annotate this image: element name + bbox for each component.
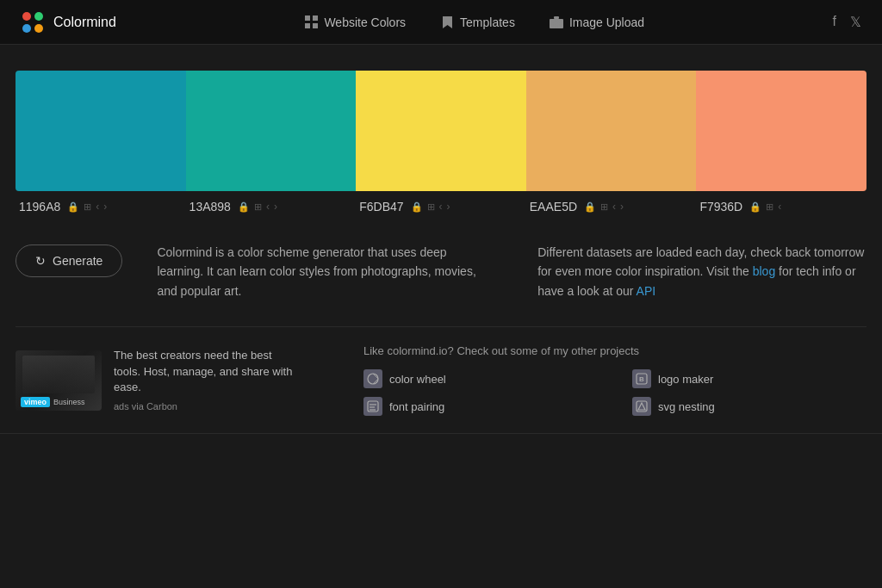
svg-rect-7: [313, 23, 318, 28]
svg-rect-8: [550, 19, 563, 28]
arrow-right-3[interactable]: ›: [620, 201, 624, 213]
hex-code-0: 1196A8: [19, 200, 60, 214]
svg-point-3: [34, 24, 43, 33]
nav-website-colors[interactable]: Website Colors: [304, 15, 406, 29]
grid-icon: [304, 15, 318, 29]
hex-code-1: 13A898: [189, 200, 231, 214]
facebook-icon[interactable]: f: [833, 14, 836, 30]
arrow-right-2[interactable]: ›: [447, 201, 450, 213]
svg-point-2: [22, 24, 31, 33]
svg-point-1: [34, 12, 43, 21]
app-name: Colormind: [53, 15, 116, 30]
ad-via: ads via Carbon: [114, 401, 177, 412]
svg-nesting-label: svg nesting: [658, 400, 715, 413]
arrow-left-2[interactable]: ‹: [439, 201, 443, 213]
image-upload-label: Image Upload: [569, 15, 644, 29]
svg-rect-10: [554, 16, 559, 19]
arrow-right-1[interactable]: ›: [274, 201, 277, 213]
lock-icon-4[interactable]: 🔒: [749, 201, 761, 213]
description-left: Colormind is a color scheme generator th…: [157, 243, 486, 300]
swatch-4[interactable]: [696, 71, 866, 191]
label-icons-2: 🔒 ⊞ ‹ ›: [411, 201, 450, 213]
description-right: Different datasets are loaded each day, …: [537, 243, 866, 300]
arrow-left-3[interactable]: ‹: [612, 201, 616, 213]
project-font-pairing[interactable]: font pairing: [363, 397, 598, 416]
vimeo-logo: vimeo: [21, 397, 50, 407]
label-icons-0: 🔒 ⊞ ‹ ›: [67, 201, 107, 213]
svg-rect-6: [305, 23, 310, 28]
vimeo-business: Business: [53, 398, 85, 406]
color-palette: [16, 71, 866, 191]
ad-area: vimeo Business The best creators need th…: [16, 344, 295, 416]
ad-thumb-inner: vimeo Business: [16, 350, 102, 411]
projects-area: Like colormind.io? Check out some of my …: [363, 344, 866, 416]
color-label-2: F6DB47 🔒 ⊞ ‹ ›: [356, 191, 526, 219]
font-pairing-icon: [363, 397, 382, 416]
label-icons-4: 🔒 ⊞ ‹: [749, 201, 781, 213]
arrow-right-0[interactable]: ›: [103, 201, 107, 213]
swatch-0[interactable]: [16, 71, 186, 191]
nav-image-upload[interactable]: Image Upload: [550, 15, 644, 29]
project-color-wheel[interactable]: color wheel: [363, 369, 598, 388]
projects-title: Like colormind.io? Check out some of my …: [363, 344, 866, 357]
blog-link[interactable]: blog: [753, 264, 775, 278]
copy-icon-4[interactable]: ⊞: [766, 201, 773, 213]
color-label-4: F7936D 🔒 ⊞ ‹: [696, 191, 866, 219]
ad-text: The best creators need the best tools. H…: [114, 348, 295, 412]
swatch-2[interactable]: [356, 71, 526, 191]
carbon-link[interactable]: ads via Carbon: [114, 401, 177, 412]
generate-label: Generate: [53, 254, 102, 268]
project-svg-nesting[interactable]: svg nesting: [632, 397, 866, 416]
generate-button[interactable]: ↻ Generate: [16, 244, 122, 277]
ad-thumbnail[interactable]: vimeo Business: [16, 350, 102, 411]
color-label-3: EAAE5D 🔒 ⊞ ‹ ›: [526, 191, 697, 219]
copy-icon-1[interactable]: ⊞: [254, 201, 262, 213]
logo-icon: [21, 10, 45, 34]
projects-grid: color wheel B logo maker font pairing sv…: [363, 369, 866, 416]
social-icons: f 𝕏: [833, 14, 861, 30]
lock-icon-3[interactable]: 🔒: [584, 201, 596, 213]
bookmark-icon: [440, 15, 454, 29]
api-link[interactable]: API: [637, 284, 656, 298]
lock-icon-1[interactable]: 🔒: [238, 201, 250, 213]
color-wheel-label: color wheel: [389, 373, 446, 386]
refresh-icon: ↻: [35, 254, 46, 268]
arrow-left-1[interactable]: ‹: [266, 201, 270, 213]
copy-icon-3[interactable]: ⊞: [600, 201, 608, 213]
ad-description: The best creators need the best tools. H…: [114, 348, 295, 395]
vimeo-badge: vimeo Business: [21, 397, 85, 407]
label-icons-3: 🔒 ⊞ ‹ ›: [584, 201, 624, 213]
generate-section: ↻ Generate Colormind is a color scheme g…: [16, 243, 866, 300]
copy-icon-0[interactable]: ⊞: [84, 201, 91, 213]
camera-icon: [550, 15, 563, 29]
swatch-1[interactable]: [186, 71, 357, 191]
project-logo-maker[interactable]: B logo maker: [632, 369, 866, 388]
description-area: Colormind is a color scheme generator th…: [157, 243, 866, 300]
arrow-left-0[interactable]: ‹: [96, 201, 99, 213]
twitter-icon[interactable]: 𝕏: [850, 14, 861, 30]
lock-icon-2[interactable]: 🔒: [411, 201, 423, 213]
footer-section: vimeo Business The best creators need th…: [0, 327, 882, 433]
bottom-divider: [0, 433, 882, 434]
font-pairing-label: font pairing: [389, 400, 444, 413]
copy-icon-2[interactable]: ⊞: [427, 201, 435, 213]
color-label-0: 1196A8 🔒 ⊞ ‹ ›: [16, 191, 186, 219]
svg-point-0: [22, 12, 31, 21]
svg-text:B: B: [639, 375, 644, 383]
svg-rect-5: [313, 15, 318, 21]
logo-maker-icon: B: [632, 369, 651, 388]
nav-templates[interactable]: Templates: [440, 15, 515, 29]
svg-point-11: [368, 374, 378, 384]
svg-marker-19: [638, 403, 645, 410]
website-colors-label: Website Colors: [324, 15, 406, 29]
logo-maker-label: logo maker: [658, 373, 713, 386]
hex-code-4: F7936D: [699, 200, 742, 214]
arrow-left-4[interactable]: ‹: [778, 201, 781, 213]
lock-icon-0[interactable]: 🔒: [67, 201, 79, 213]
swatch-3[interactable]: [526, 71, 697, 191]
color-labels: 1196A8 🔒 ⊞ ‹ › 13A898 🔒 ⊞ ‹ › F6DB47 🔒 ⊞: [16, 191, 866, 219]
hex-code-2: F6DB47: [359, 200, 403, 214]
svg-rect-4: [305, 15, 310, 21]
color-label-1: 13A898 🔒 ⊞ ‹ ›: [186, 191, 357, 219]
logo-area[interactable]: Colormind: [21, 10, 116, 34]
